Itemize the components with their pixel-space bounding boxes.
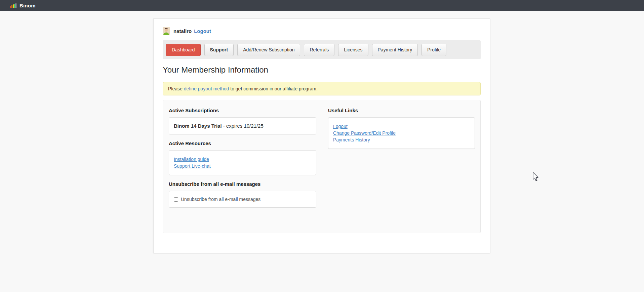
alert-text-prefix: Please [168, 86, 184, 91]
tab-add-renew-subscription[interactable]: Add/Renew Subscription [237, 44, 300, 56]
unsubscribe-box: Unsubscribe from all e-mail messages [169, 191, 316, 208]
logout-link[interactable]: Logout [333, 124, 348, 129]
bar-chart-logo-icon [10, 3, 16, 8]
tab-referrals[interactable]: Referrals [304, 44, 334, 56]
tab-support[interactable]: Support [204, 44, 234, 56]
panel-left-column: Active Subscriptions Binom 14 Days Trial… [163, 100, 322, 233]
active-subscriptions-heading: Active Subscriptions [169, 108, 316, 113]
tab-licenses[interactable]: Licenses [338, 44, 368, 56]
page-title: Your Membership Information [163, 65, 481, 75]
subscription-box: Binom 14 Days Trial - expires 10/21/25 [169, 117, 316, 134]
installation-guide-link[interactable]: Installation guide [174, 157, 209, 162]
alert-text-suffix: to get commission in our affiliate progr… [229, 86, 318, 91]
change-password-edit-profile-link[interactable]: Change Password/Edit Profile [333, 130, 396, 136]
logout-link-top[interactable]: Logout [194, 28, 211, 34]
define-payout-method-link[interactable]: define payout method [184, 86, 229, 91]
tab-payment-history[interactable]: Payment History [372, 44, 418, 56]
subscription-expiry: - expires 10/21/25 [222, 123, 264, 129]
useful-links-box: Logout Change Password/Edit Profile Paym… [328, 117, 475, 149]
list-item: Payments History [333, 136, 470, 143]
mouse-cursor [533, 172, 539, 182]
support-live-chat-link[interactable]: Support Live-chat [174, 163, 211, 169]
unsubscribe-checkbox-label: Unsubscribe from all e-mail messages [181, 197, 260, 202]
list-item: Support Live-chat [174, 163, 311, 169]
list-item: Installation guide [174, 156, 311, 163]
useful-links-heading: Useful Links [328, 108, 475, 113]
tab-profile[interactable]: Profile [421, 44, 446, 56]
list-item: Change Password/Edit Profile [333, 130, 470, 136]
brand-title: Binom [19, 3, 36, 8]
active-resources-heading: Active Resources [169, 140, 316, 146]
top-bar: Binom [0, 0, 644, 11]
list-item: Logout [333, 123, 470, 130]
payout-alert: Please define payout method to get commi… [163, 82, 481, 95]
user-avatar [163, 27, 170, 35]
tab-bar: Dashboard Support Add/Renew Subscription… [163, 40, 481, 59]
username-label: nataliro [173, 28, 192, 34]
tab-dashboard[interactable]: Dashboard [166, 44, 201, 56]
membership-panel: Active Subscriptions Binom 14 Days Trial… [163, 100, 481, 233]
user-row: nataliro Logout [163, 27, 481, 35]
resources-box: Installation guide Support Live-chat [169, 150, 316, 175]
membership-card: nataliro Logout Dashboard Support Add/Re… [153, 18, 490, 253]
payments-history-link[interactable]: Payments History [333, 137, 370, 142]
unsubscribe-heading: Unsubscribe from all e-mail messages [169, 181, 316, 187]
unsubscribe-checkbox[interactable] [174, 197, 178, 202]
panel-right-column: Useful Links Logout Change Password/Edit… [322, 100, 480, 233]
subscription-plan-name: Binom 14 Days Trial [174, 123, 222, 129]
unsubscribe-check-row: Unsubscribe from all e-mail messages [174, 197, 311, 202]
